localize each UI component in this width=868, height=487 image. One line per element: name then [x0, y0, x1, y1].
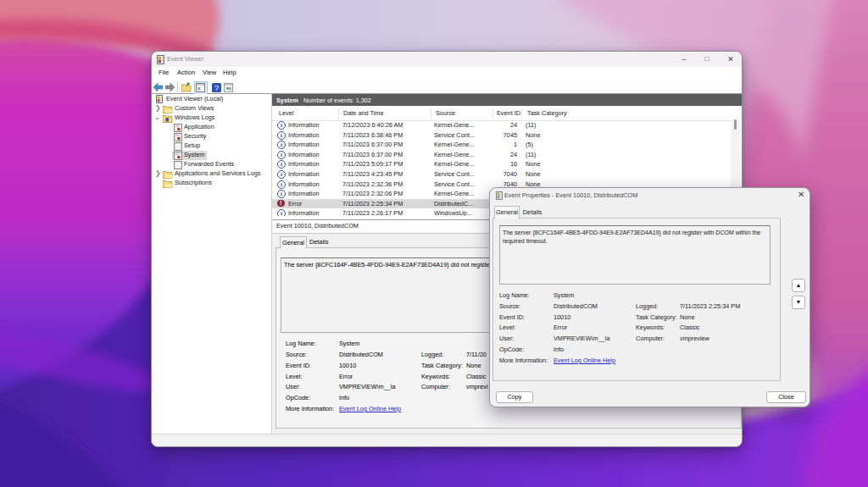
svg-text:?: ? [214, 83, 219, 91]
